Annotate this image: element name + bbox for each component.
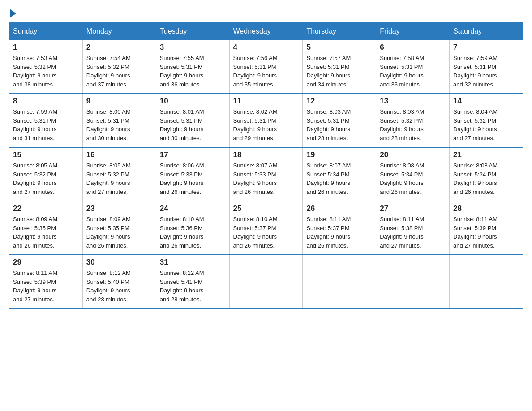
sunrise-info: Sunrise: 8:07 AM bbox=[233, 162, 278, 169]
daylight-info-line1: Daylight: 9 hours bbox=[13, 126, 57, 133]
daylight-info-line2: and 26 minutes. bbox=[380, 188, 421, 195]
calendar-cell: 16 Sunrise: 8:05 AM Sunset: 5:32 PM Dayl… bbox=[82, 147, 156, 201]
day-number: 17 bbox=[160, 150, 226, 159]
sunset-info: Sunset: 5:31 PM bbox=[233, 117, 276, 124]
calendar-cell: 20 Sunrise: 8:08 AM Sunset: 5:34 PM Dayl… bbox=[376, 147, 450, 201]
calendar-day-header: Wednesday bbox=[229, 23, 303, 40]
sunrise-info: Sunrise: 8:01 AM bbox=[160, 108, 204, 115]
daylight-info-line1: Daylight: 9 hours bbox=[453, 72, 497, 79]
daylight-info-line1: Daylight: 9 hours bbox=[380, 126, 424, 133]
day-number: 15 bbox=[13, 150, 79, 159]
daylight-info-line2: and 29 minutes. bbox=[233, 135, 275, 141]
sunrise-info: Sunrise: 7:57 AM bbox=[306, 55, 351, 61]
day-info: Sunrise: 7:53 AM Sunset: 5:32 PM Dayligh… bbox=[13, 54, 79, 89]
day-info: Sunrise: 8:11 AM Sunset: 5:38 PM Dayligh… bbox=[380, 215, 446, 250]
day-info: Sunrise: 8:07 AM Sunset: 5:34 PM Dayligh… bbox=[306, 161, 372, 196]
day-number: 5 bbox=[306, 43, 372, 52]
sunrise-info: Sunrise: 8:08 AM bbox=[453, 162, 498, 169]
sunrise-info: Sunrise: 8:11 AM bbox=[453, 216, 498, 223]
sunrise-info: Sunrise: 8:09 AM bbox=[13, 216, 57, 223]
logo bbox=[9, 9, 17, 18]
day-number: 6 bbox=[380, 43, 446, 52]
daylight-info-line1: Daylight: 9 hours bbox=[86, 233, 130, 240]
day-number: 4 bbox=[233, 43, 299, 52]
daylight-info-line1: Daylight: 9 hours bbox=[13, 180, 57, 186]
day-info: Sunrise: 8:06 AM Sunset: 5:33 PM Dayligh… bbox=[160, 161, 226, 196]
day-number: 30 bbox=[86, 258, 152, 267]
day-number: 27 bbox=[380, 204, 446, 213]
day-info: Sunrise: 7:57 AM Sunset: 5:31 PM Dayligh… bbox=[306, 54, 372, 89]
day-info: Sunrise: 8:12 AM Sunset: 5:41 PM Dayligh… bbox=[160, 269, 226, 304]
day-info: Sunrise: 7:58 AM Sunset: 5:31 PM Dayligh… bbox=[380, 54, 446, 89]
sunrise-info: Sunrise: 8:06 AM bbox=[160, 162, 204, 169]
sunset-info: Sunset: 5:34 PM bbox=[453, 171, 496, 178]
sunset-info: Sunset: 5:32 PM bbox=[86, 171, 129, 178]
day-number: 21 bbox=[453, 150, 519, 159]
day-number: 19 bbox=[306, 150, 372, 159]
daylight-info-line1: Daylight: 9 hours bbox=[233, 180, 277, 186]
daylight-info-line1: Daylight: 9 hours bbox=[86, 180, 130, 186]
calendar-cell: 7 Sunrise: 7:59 AM Sunset: 5:31 PM Dayli… bbox=[450, 40, 523, 94]
calendar-header-row: SundayMondayTuesdayWednesdayThursdayFrid… bbox=[9, 23, 523, 40]
daylight-info-line2: and 26 minutes. bbox=[453, 188, 495, 195]
calendar-cell: 22 Sunrise: 8:09 AM Sunset: 5:35 PM Dayl… bbox=[9, 201, 83, 255]
daylight-info-line2: and 34 minutes. bbox=[306, 81, 348, 88]
sunset-info: Sunset: 5:31 PM bbox=[306, 64, 349, 70]
sunrise-info: Sunrise: 7:59 AM bbox=[453, 55, 498, 61]
day-number: 22 bbox=[13, 204, 79, 213]
calendar-cell: 15 Sunrise: 8:05 AM Sunset: 5:32 PM Dayl… bbox=[9, 147, 83, 201]
day-info: Sunrise: 8:07 AM Sunset: 5:33 PM Dayligh… bbox=[233, 161, 299, 196]
calendar-cell: 5 Sunrise: 7:57 AM Sunset: 5:31 PM Dayli… bbox=[303, 40, 376, 94]
daylight-info-line1: Daylight: 9 hours bbox=[380, 233, 424, 240]
sunset-info: Sunset: 5:32 PM bbox=[13, 171, 56, 178]
sunrise-info: Sunrise: 8:02 AM bbox=[233, 108, 278, 115]
sunset-info: Sunset: 5:41 PM bbox=[160, 278, 203, 285]
sunset-info: Sunset: 5:32 PM bbox=[13, 64, 56, 70]
calendar-body: 1 Sunrise: 7:53 AM Sunset: 5:32 PM Dayli… bbox=[9, 40, 523, 309]
calendar-cell: 2 Sunrise: 7:54 AM Sunset: 5:32 PM Dayli… bbox=[82, 40, 156, 94]
calendar-cell: 13 Sunrise: 8:03 AM Sunset: 5:32 PM Dayl… bbox=[376, 94, 450, 147]
day-info: Sunrise: 8:12 AM Sunset: 5:40 PM Dayligh… bbox=[86, 269, 152, 304]
calendar-week-row: 22 Sunrise: 8:09 AM Sunset: 5:35 PM Dayl… bbox=[9, 201, 523, 255]
day-number: 9 bbox=[86, 97, 152, 106]
sunrise-info: Sunrise: 8:12 AM bbox=[160, 270, 204, 276]
sunrise-info: Sunrise: 8:11 AM bbox=[306, 216, 351, 223]
calendar-cell bbox=[376, 255, 450, 308]
daylight-info-line2: and 27 minutes. bbox=[453, 242, 495, 249]
sunset-info: Sunset: 5:32 PM bbox=[380, 117, 423, 124]
daylight-info-line2: and 33 minutes. bbox=[380, 81, 421, 88]
day-info: Sunrise: 8:03 AM Sunset: 5:31 PM Dayligh… bbox=[306, 107, 372, 142]
sunrise-info: Sunrise: 7:55 AM bbox=[160, 55, 204, 61]
day-number: 2 bbox=[86, 43, 152, 52]
day-info: Sunrise: 8:09 AM Sunset: 5:35 PM Dayligh… bbox=[86, 215, 152, 250]
sunrise-info: Sunrise: 8:09 AM bbox=[86, 216, 131, 223]
sunset-info: Sunset: 5:34 PM bbox=[306, 171, 349, 178]
daylight-info-line1: Daylight: 9 hours bbox=[453, 233, 497, 240]
sunset-info: Sunset: 5:31 PM bbox=[453, 64, 496, 70]
calendar-cell: 10 Sunrise: 8:01 AM Sunset: 5:31 PM Dayl… bbox=[156, 94, 229, 147]
calendar-cell: 29 Sunrise: 8:11 AM Sunset: 5:39 PM Dayl… bbox=[9, 255, 83, 308]
daylight-info-line1: Daylight: 9 hours bbox=[453, 180, 497, 186]
calendar-cell: 31 Sunrise: 8:12 AM Sunset: 5:41 PM Dayl… bbox=[156, 255, 229, 308]
sunset-info: Sunset: 5:33 PM bbox=[160, 171, 203, 178]
daylight-info-line1: Daylight: 9 hours bbox=[13, 72, 57, 79]
day-number: 13 bbox=[380, 97, 446, 106]
sunrise-info: Sunrise: 8:03 AM bbox=[306, 108, 351, 115]
sunrise-info: Sunrise: 8:00 AM bbox=[86, 108, 131, 115]
daylight-info-line2: and 28 minutes. bbox=[380, 135, 421, 141]
day-info: Sunrise: 7:59 AM Sunset: 5:31 PM Dayligh… bbox=[13, 107, 79, 142]
daylight-info-line1: Daylight: 9 hours bbox=[86, 287, 130, 294]
day-info: Sunrise: 8:10 AM Sunset: 5:36 PM Dayligh… bbox=[160, 215, 226, 250]
daylight-info-line1: Daylight: 9 hours bbox=[13, 287, 57, 294]
day-info: Sunrise: 8:11 AM Sunset: 5:39 PM Dayligh… bbox=[453, 215, 519, 250]
daylight-info-line1: Daylight: 9 hours bbox=[86, 72, 130, 79]
daylight-info-line1: Daylight: 9 hours bbox=[86, 126, 130, 133]
sunset-info: Sunset: 5:31 PM bbox=[233, 64, 276, 70]
calendar-cell: 8 Sunrise: 7:59 AM Sunset: 5:31 PM Dayli… bbox=[9, 94, 83, 147]
calendar-cell: 21 Sunrise: 8:08 AM Sunset: 5:34 PM Dayl… bbox=[450, 147, 523, 201]
daylight-info-line2: and 30 minutes. bbox=[160, 135, 202, 141]
calendar-cell: 18 Sunrise: 8:07 AM Sunset: 5:33 PM Dayl… bbox=[229, 147, 303, 201]
sunrise-info: Sunrise: 8:12 AM bbox=[86, 270, 131, 276]
calendar-week-row: 1 Sunrise: 7:53 AM Sunset: 5:32 PM Dayli… bbox=[9, 40, 523, 94]
sunset-info: Sunset: 5:39 PM bbox=[13, 278, 56, 285]
